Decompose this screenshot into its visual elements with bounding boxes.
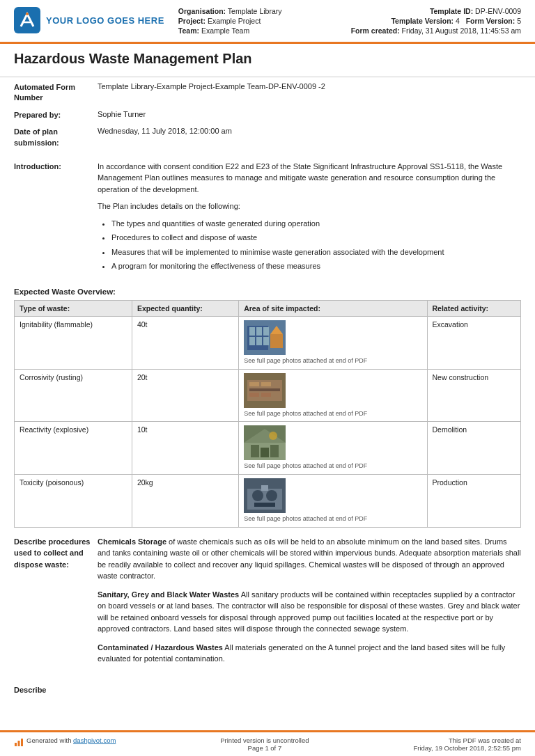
row4-type: Toxicity (poisonous) (15, 475, 132, 528)
describe-para-1: Chemicals Storage of waste chemicals suc… (98, 536, 521, 582)
svg-rect-6 (263, 327, 269, 336)
describe2-section: Describe (0, 683, 535, 698)
svg-rect-15 (261, 382, 271, 386)
logo-area: YOUR LOGO GOES HERE (14, 7, 164, 33)
table-section: Expected Waste Overview: Type of waste: … (0, 282, 535, 532)
footer-center: Printed version is uncontrolled Page 1 o… (220, 737, 309, 752)
svg-rect-14 (249, 382, 259, 386)
form-created-value: Friday, 31 August 2018, 11:45:53 am (402, 26, 521, 35)
col-activity: Related activity: (427, 300, 520, 316)
row4-caption: See full page photos attached at end of … (244, 515, 421, 523)
header-meta-right: Template ID: DP-ENV-0009 Template Versio… (351, 7, 521, 36)
template-id-label: Template ID: (430, 7, 473, 15)
table-header: Type of waste: Expected quantity: Area o… (15, 300, 521, 316)
page: YOUR LOGO GOES HERE Organisation: Templa… (0, 0, 535, 756)
row1-quantity: 40t (132, 316, 238, 369)
intro-para1: In accordance with consent condition E22… (98, 161, 521, 196)
project-value: Example Project (208, 17, 261, 25)
describe-para-3: Contaminated / Hazardous Wastes All mate… (98, 642, 521, 665)
table-body: Ignitability (flammable) 40t (15, 316, 521, 527)
form-version-value: 5 (517, 17, 521, 25)
svg-rect-8 (256, 337, 262, 345)
svg-rect-18 (261, 393, 271, 397)
row1-caption: See full page photos attached at end of … (244, 357, 421, 365)
para1-bold: Chemicals Storage (98, 537, 166, 546)
date-label: Date of plan submission: (14, 126, 98, 148)
svg-rect-5 (256, 327, 262, 336)
bullet-2: Procedures to collect and dispose of was… (111, 232, 521, 244)
row3-quantity: 10t (132, 422, 238, 475)
svg-point-1 (26, 13, 29, 15)
team-row: Team: Example Team (178, 26, 351, 35)
form-created-label: Form created: (351, 26, 400, 35)
row4-area: See full page photos attached at end of … (239, 475, 427, 528)
dashpivot-link[interactable]: dashpivot.com (73, 737, 116, 744)
svg-point-29 (266, 490, 277, 501)
row1-photo (244, 320, 286, 355)
row2-photo (244, 373, 286, 408)
spacer (0, 698, 535, 730)
footer-left: Generated with dashpivot.com (14, 737, 116, 752)
row3-caption: See full page photos attached at end of … (244, 462, 421, 471)
project-label: Project: (178, 17, 206, 25)
svg-rect-34 (21, 739, 23, 746)
prepared-by-value: Sophie Turner (98, 109, 521, 120)
team-label: Team: (178, 26, 199, 35)
svg-rect-0 (14, 7, 40, 33)
template-version-label: Template Version: (391, 17, 453, 25)
template-version-row: Template Version: 4 Form Version: 5 (351, 17, 521, 25)
auto-form-number-label: Automated Form Number (14, 81, 98, 104)
svg-rect-17 (249, 393, 259, 397)
waste-table: Type of waste: Expected quantity: Area o… (14, 300, 521, 528)
describe-para-2: Sanitary, Grey and Black Water Wastes Al… (98, 589, 521, 635)
intro-para2: The Plan includes details on the followi… (98, 200, 521, 212)
col-type: Type of waste: (15, 300, 132, 316)
footer-pdf-created: This PDF was created at (413, 737, 521, 744)
date-row: Date of plan submission: Wednesday, 11 J… (14, 126, 521, 148)
org-row: Organisation: Template Library (178, 7, 351, 15)
table-title: Expected Waste Overview: (14, 288, 521, 296)
team-value: Example Team (201, 26, 249, 35)
col-quantity: Expected quantity: (132, 300, 238, 316)
svg-point-28 (252, 490, 263, 501)
prepared-by-label: Prepared by: (14, 109, 98, 120)
svg-rect-23 (270, 445, 279, 457)
date-value: Wednesday, 11 July 2018, 12:00:00 am (98, 126, 521, 136)
header: YOUR LOGO GOES HERE Organisation: Templa… (0, 0, 535, 44)
svg-rect-31 (261, 485, 268, 491)
row1-activity: Excavation (427, 316, 520, 369)
table-row: Toxicity (poisonous) 20kg (15, 475, 521, 528)
table-header-row: Type of waste: Expected quantity: Area o… (15, 300, 521, 316)
introduction-content: In accordance with consent condition E22… (98, 161, 521, 272)
project-row: Project: Example Project (178, 17, 351, 25)
prepared-by-row: Prepared by: Sophie Turner (14, 109, 521, 120)
auto-form-number-row: Automated Form Number Template Library-E… (14, 81, 521, 104)
auto-form-number-value: Template Library-Example Project-Example… (98, 81, 521, 92)
svg-rect-10 (270, 334, 283, 348)
footer-uncontrolled: Printed version is uncontrolled (220, 737, 309, 744)
row3-area: See full page photos attached at end of … (239, 422, 427, 475)
para2-bold: Sanitary, Grey and Black Water Wastes (98, 590, 239, 599)
para3-bold: Contaminated / Hazardous Wastes (98, 643, 223, 652)
dashpivot-logo-icon (14, 737, 24, 747)
footer-generated-text: Generated with dashpivot.com (26, 737, 116, 744)
describe-label: Describe procedures used to collect and … (14, 536, 98, 571)
row2-quantity: 20t (132, 369, 238, 422)
svg-rect-30 (254, 503, 275, 507)
row3-photo-svg (244, 425, 286, 460)
svg-point-25 (269, 432, 277, 440)
table-row: Corrosivity (rusting) 20t (15, 369, 521, 422)
svg-rect-22 (251, 445, 259, 457)
svg-rect-7 (249, 337, 255, 345)
svg-rect-16 (249, 388, 280, 391)
col-area: Area of site impacted: (239, 300, 427, 316)
svg-rect-33 (18, 741, 20, 746)
template-id-row: Template ID: DP-ENV-0009 (351, 7, 521, 15)
form-created-row: Form created: Friday, 31 August 2018, 11… (351, 26, 521, 35)
title-section: Hazardous Waste Management Plan (0, 44, 535, 77)
describe-row: Describe procedures used to collect and … (14, 536, 521, 672)
table-row: Ignitability (flammable) 40t (15, 316, 521, 369)
describe-content: Chemicals Storage of waste chemicals suc… (98, 536, 521, 672)
row2-caption: See full page photos attached at end of … (244, 410, 421, 418)
form-version-label: Form Version: (466, 17, 515, 25)
